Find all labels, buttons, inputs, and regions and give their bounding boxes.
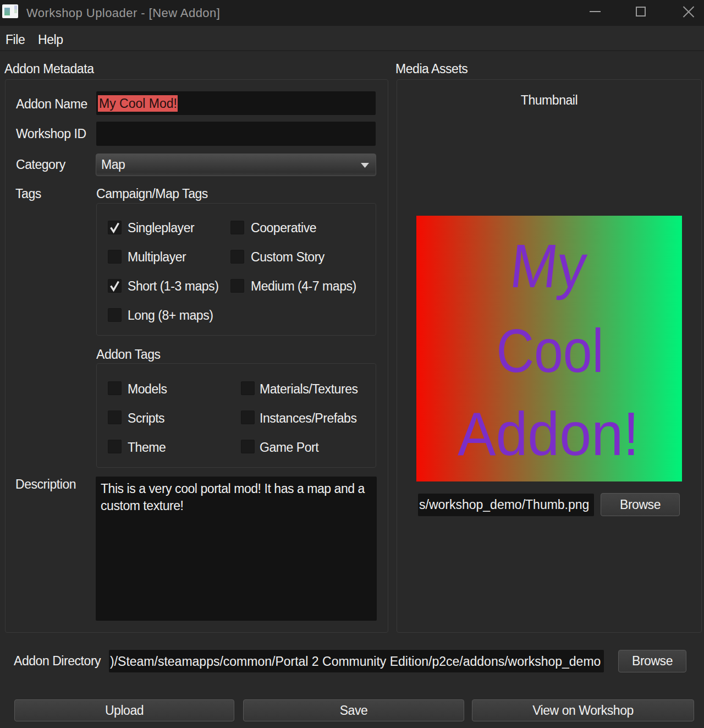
svg-text:Cool: Cool <box>497 317 604 385</box>
svg-text:My: My <box>507 231 590 300</box>
svg-text:Addon!: Addon! <box>458 399 639 468</box>
